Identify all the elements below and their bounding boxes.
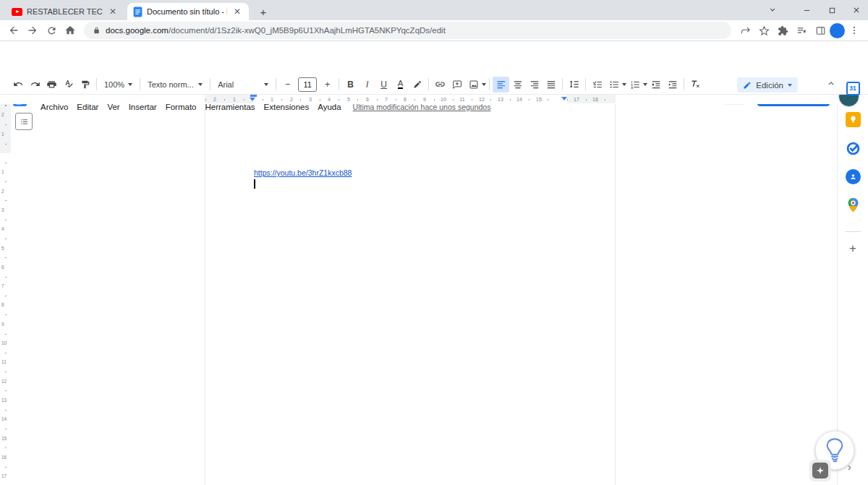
pencil-icon [743,81,752,90]
tab-docs[interactable]: Documento sin título - Documen ✕ [127,3,249,20]
increase-indent-icon[interactable] [664,77,681,93]
increase-font-icon[interactable]: + [319,77,336,93]
close-icon[interactable]: ✕ [107,7,119,17]
insert-link-icon[interactable] [432,77,448,93]
checklist-icon[interactable] [589,77,605,93]
underline-icon[interactable]: U [375,77,392,93]
add-comment-icon[interactable] [448,77,465,93]
mode-label: Edición [756,81,783,90]
window-close-icon[interactable] [845,0,868,20]
bold-icon[interactable]: B [342,77,359,93]
redo-icon[interactable] [27,77,43,93]
ruler-mark: 11 [1,359,7,365]
chevron-down-icon[interactable] [761,0,784,20]
undo-icon[interactable] [10,77,27,93]
plus-icon[interactable]: + [843,239,862,258]
ruler-mark: 2 [1,112,4,118]
tab-bar: RESTABLECER TECLADO Window ✕ Documento s… [0,0,868,20]
page-left-edge [205,104,205,485]
ruler-mark: 12 [478,96,485,103]
tasks-icon[interactable] [843,139,862,158]
ruler-mark: 10 [440,96,447,103]
minimize-icon[interactable] [795,0,818,20]
avatar[interactable] [830,23,845,38]
calendar-icon[interactable]: 31 [843,79,862,98]
align-right-icon[interactable] [526,77,542,93]
forward-icon[interactable] [23,21,42,40]
side-panel-divider [837,104,838,485]
clear-formatting-icon[interactable] [687,77,704,93]
ruler-indent-marker-right[interactable] [561,97,567,100]
mode-select[interactable]: Edición [737,77,798,93]
font-select[interactable]: Arial [213,77,273,93]
close-icon[interactable]: ✕ [231,7,243,17]
browser-toolbar: docs.google.com/document/d/1Sz2ik-xwQ0_j… [0,20,868,41]
insert-image-icon[interactable] [465,77,482,93]
ruler-mark: 2 [289,96,294,103]
align-center-icon[interactable] [509,77,526,93]
url-path: /document/d/1Sz2ik-xwQ0_jM5B9p6U1XhAajhL… [169,26,446,35]
tab-title: RESTABLECER TECLADO Window [27,7,103,16]
paint-format-icon[interactable] [77,77,93,93]
side-panel-icon[interactable] [811,21,830,40]
line-spacing-icon[interactable] [566,77,582,93]
numbered-list-icon[interactable] [626,77,643,93]
ruler-mark: 14 [516,96,523,103]
ruler-mark: 11 [459,96,465,103]
divider [845,231,861,232]
ruler-mark: 1 [1,169,4,175]
font-size-input[interactable]: 11 [298,77,317,92]
ruler-mark: 1 [1,132,4,137]
ruler-mark: 5 [346,96,351,103]
ruler-mark: 8 [1,302,4,308]
extensions-icon[interactable] [773,21,792,40]
document-link[interactable]: https://youtu.be/3hrZ1kxcb88 [254,168,352,177]
tab-youtube[interactable]: RESTABLECER TECLADO Window ✕ [6,3,124,20]
ruler-indent-marker-left[interactable] [250,95,257,101]
page-right-edge [615,104,616,485]
text-cursor [254,179,255,189]
ruler-mark: 18 [592,96,599,103]
home-icon[interactable] [61,21,80,40]
ruler-mark: 1 [270,96,274,103]
highlight-icon[interactable] [409,77,425,93]
kebab-menu-icon[interactable] [845,21,864,40]
lock-icon [93,26,101,35]
bulleted-list-icon[interactable] [605,77,622,93]
ruler-mark: 2 [1,189,4,194]
ruler-mark: 16 [1,455,7,460]
decrease-indent-icon[interactable] [647,77,664,93]
url-bar[interactable]: docs.google.com/document/d/1Sz2ik-xwQ0_j… [84,22,731,39]
print-icon[interactable] [43,77,60,93]
new-tab-icon[interactable]: + [255,3,272,20]
overlay-pin-button[interactable] [809,460,831,481]
bookmark-star-icon[interactable] [754,21,773,40]
spellcheck-icon[interactable] [60,77,77,93]
maximize-icon[interactable] [820,0,843,20]
back-icon[interactable] [4,21,23,40]
tab-title: Documento sin título - Documen [147,7,227,16]
ruler-mark: 17 [573,96,580,103]
italic-icon[interactable]: I [359,77,375,93]
align-left-icon[interactable] [493,77,509,93]
maps-icon[interactable] [843,195,862,214]
ruler-mark: 12 [1,379,7,385]
share-page-icon[interactable] [736,21,754,40]
ruler-mark: 7 [384,96,388,103]
contacts-icon[interactable] [843,167,862,186]
reload-icon[interactable] [42,21,61,40]
text-color-icon[interactable]: A [392,77,409,93]
justify-icon[interactable] [542,77,559,93]
chevron-up-icon[interactable] [826,78,836,88]
zoom-select[interactable]: 100% [100,77,137,93]
outline-icon[interactable] [15,113,33,130]
ruler-mark: 7 [1,283,4,289]
ruler-mark: 3 [308,96,312,103]
image-dropdown-caret[interactable] [482,83,486,86]
decrease-font-icon[interactable]: − [279,77,296,93]
styles-select[interactable]: Texto norm... [143,77,207,93]
keep-icon[interactable] [843,110,862,129]
ruler-mark: 3 [1,207,4,213]
browser-window: RESTABLECER TECLADO Window ✕ Documento s… [0,0,868,485]
reading-list-icon[interactable] [792,21,811,40]
